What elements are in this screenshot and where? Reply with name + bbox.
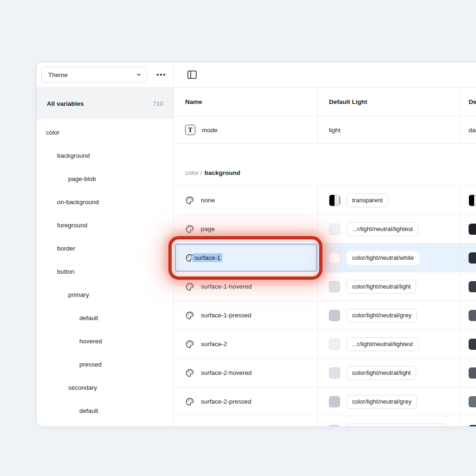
sidebar-tree-item[interactable]: page-blob [37,167,174,190]
variables-sidebar: All variables 710 color background page-… [37,88,174,426]
tree-item-label: background [57,152,90,159]
variable-row[interactable]: surface-1-hovered color/light/neutral/li… [174,272,476,301]
color-variable-icon [185,311,194,320]
tree-item-label: foreground [57,222,87,229]
all-variables-label: All variables [47,100,84,107]
variable-name[interactable]: surface-1-hovered [201,283,252,290]
mode-value-dark[interactable]: dark [460,116,476,143]
color-variable-icon [185,196,194,205]
light-value-chip[interactable]: ...r/light/neutral/lightest [347,337,418,351]
variable-name[interactable]: none [201,197,215,204]
variable-row[interactable]: surface-2-pressed color/light/neutral/gr… [174,387,476,416]
sidebar-tree-item[interactable]: primary [37,283,174,306]
variable-row[interactable]: surface-2 ...r/light/neutral/lightest [174,330,476,359]
dark-color-swatch[interactable] [469,281,476,292]
dark-color-swatch[interactable] [469,396,476,407]
group-tree: color background page-blob on-background… [37,119,174,422]
column-header-default-dark: Default Dark [460,88,476,116]
light-color-swatch[interactable] [329,339,340,350]
table-header-row: Name Default Light Default Dark [174,88,476,116]
tree-item-label: pressed [79,361,102,368]
sidebar-tree-item[interactable]: default [37,399,174,422]
color-variable-icon [185,340,194,349]
tree-item-label: page-blob [68,175,96,182]
more-options-button[interactable] [155,71,167,78]
sidebar-tree-item[interactable]: foreground [37,213,174,237]
color-variable-icon [185,397,194,406]
light-value-chip[interactable]: color/light/neutral/light [347,366,416,380]
collection-select[interactable]: Theme [41,67,147,83]
dark-color-swatch[interactable] [469,224,476,235]
variable-row[interactable] [174,416,476,427]
variable-row[interactable]: surface-1-pressed color/light/neutral/gr… [174,301,476,330]
chevron-down-icon [136,72,141,77]
dark-color-swatch[interactable] [469,425,476,427]
mode-row: T mode light dark [174,116,476,144]
light-color-swatch[interactable] [329,252,340,264]
color-variable-icon [185,368,194,378]
color-variable-icon [185,282,194,291]
light-value-chip[interactable]: color/light/neutral/white [347,251,419,265]
color-variable-icon [185,225,194,234]
collection-toolbar: Theme [37,62,174,87]
sidebar-tree-item[interactable]: default [37,306,174,329]
tree-item-label: color [46,129,59,136]
light-value-chip[interactable]: color/light/neutral/grey [347,309,417,322]
variable-name[interactable]: surface-2-pressed [201,398,251,405]
light-color-swatch[interactable] [329,195,340,206]
light-color-swatch[interactable] [329,425,340,427]
light-color-swatch[interactable] [329,281,340,292]
dark-color-swatch[interactable] [469,195,476,206]
light-value-chip[interactable]: transparent [347,193,388,207]
light-value-chip[interactable]: color/light/neutral/light [347,280,416,294]
dark-color-swatch[interactable] [469,252,476,264]
column-header-default-light: Default Light [317,88,460,116]
sidebar-tree-item[interactable]: secondary [37,376,174,399]
sidebar-item-all-variables[interactable]: All variables 710 [37,88,174,119]
variable-name[interactable]: surface-2-hovered [201,369,252,376]
variable-name[interactable]: surface-1 [193,253,222,262]
light-color-swatch[interactable] [329,310,340,321]
dark-color-swatch[interactable] [469,339,476,350]
variable-name[interactable]: page [201,225,215,232]
tree-item-label: primary [68,291,89,298]
variable-row[interactable]: surface-2-hovered color/light/neutral/li… [174,359,476,387]
light-color-swatch[interactable] [329,396,340,407]
table-toolbar [174,62,476,87]
dark-color-swatch[interactable] [469,310,476,321]
variables-table: Name Default Light Default Dark T mode l… [174,88,476,426]
group-section-header: color / background [174,144,476,186]
sidebar-tree-item[interactable]: pressed [37,353,174,376]
mode-name[interactable]: mode [202,127,218,134]
tree-item-label: secondary [68,384,97,391]
light-color-swatch[interactable] [329,224,340,235]
text-variable-icon: T [185,125,195,135]
tree-item-label: button [57,268,75,275]
light-value-chip[interactable]: ...r/light/neutral/lightest [347,222,418,236]
sidebar-tree-item[interactable]: background [37,144,174,167]
light-value-chip[interactable] [347,424,446,427]
sidebar-tree-item[interactable]: border [37,237,174,260]
variable-row[interactable]: page ...r/light/neutral/lightest [174,215,476,244]
tree-item-label: default [79,407,98,414]
variable-name[interactable]: surface-2 [201,341,227,347]
sidebar-toggle-icon[interactable] [187,71,197,79]
sidebar-tree-item[interactable]: hovered [37,329,174,353]
sidebar-tree-item[interactable]: color [37,121,174,144]
variable-name[interactable]: surface-1-pressed [201,312,251,319]
section-breadcrumb: color / [185,169,202,176]
sidebar-tree-item[interactable]: on-background [37,190,174,213]
light-color-swatch[interactable] [329,367,340,379]
column-header-name: Name [174,88,317,116]
light-value-chip[interactable]: color/light/neutral/grey [347,395,417,409]
dark-color-swatch[interactable] [469,367,476,379]
variable-rows: none transparent page ...r/light/neutral… [174,186,476,427]
variable-row[interactable]: none transparent [174,186,476,215]
tree-item-label: on-background [57,199,99,206]
tree-item-label: default [79,315,98,322]
tree-item-label: border [57,245,75,252]
variable-row[interactable]: surface-1 color/light/neutral/white [174,244,476,272]
variables-count: 710 [153,100,163,107]
sidebar-tree-item[interactable]: button [37,260,174,283]
mode-value-light[interactable]: light [317,116,460,143]
